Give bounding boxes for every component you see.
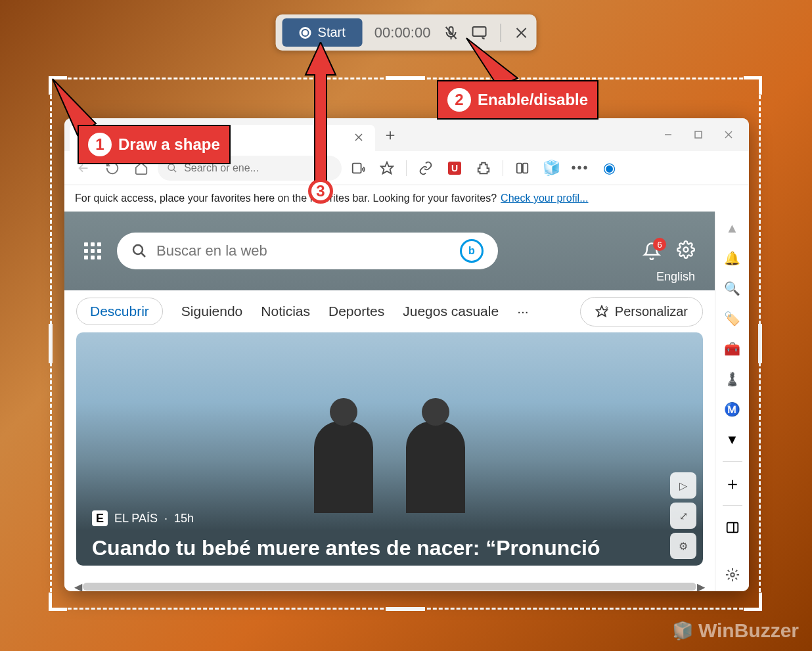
tab-descubrir[interactable]: Descubrir [76, 298, 163, 325]
favorites-bar-text: For quick access, place your favorites h… [75, 192, 497, 204]
split-screen-icon[interactable] [510, 156, 535, 181]
divider [406, 160, 407, 176]
microphone-muted-icon[interactable] [442, 24, 459, 41]
news-card[interactable]: E EL PAÍS · 15h Cuando tu bebé muere ant… [76, 332, 703, 566]
notifications-button[interactable]: 6 [643, 242, 661, 260]
maximize-button[interactable] [683, 122, 713, 148]
divider [723, 461, 742, 462]
more-tabs-icon[interactable]: ··· [517, 303, 529, 319]
card-actions: ▷ ⤢ ⚙ [670, 472, 696, 559]
games-icon[interactable]: ♟️ [724, 370, 741, 388]
divider [503, 160, 503, 176]
annotation-text: Enable/disable [478, 91, 588, 109]
link-icon[interactable] [413, 156, 438, 181]
svg-point-18 [133, 245, 143, 254]
search-icon[interactable]: 🔍 [724, 280, 741, 297]
favorites-bar-link[interactable]: Check your profil... [501, 192, 588, 204]
annotation-number: 1 [88, 133, 112, 156]
svg-marker-27 [305, 42, 336, 187]
language-label[interactable]: English [656, 270, 695, 284]
watermark: 🧊 WinBuzzer [672, 619, 799, 642]
tab-close-icon[interactable] [354, 133, 365, 143]
card-source: E EL PAÍS · 15h [92, 510, 194, 526]
hero-actions: 6 [643, 240, 695, 261]
svg-line-13 [173, 169, 176, 172]
svg-marker-26 [466, 38, 518, 87]
annotation-step-2: 2 Enable/disable [437, 80, 598, 120]
svg-point-24 [731, 573, 734, 577]
toolbox-icon[interactable]: 🧰 [724, 340, 741, 357]
chevron-down-icon[interactable]: ▼ [724, 431, 741, 448]
svg-point-12 [168, 164, 174, 169]
svg-rect-17 [523, 163, 528, 173]
card-time: 15h [174, 512, 194, 526]
apps-grid-icon[interactable] [84, 242, 101, 259]
svg-rect-16 [517, 163, 522, 173]
annotation-step-1: 1 Draw a shape [78, 125, 231, 164]
main-content: b 6 English Descubrir Siguiendo Noticias [64, 212, 715, 591]
settings-gear-icon[interactable] [677, 240, 695, 261]
share-icon[interactable]: ⚙ [670, 533, 696, 559]
resize-handle-left[interactable] [49, 324, 53, 363]
source-badge: E [92, 510, 108, 526]
play-icon[interactable]: ▷ [670, 472, 696, 499]
search-box[interactable]: b [117, 233, 498, 269]
favorites-star-icon[interactable] [374, 156, 399, 181]
resize-handle-bottom[interactable] [386, 607, 425, 611]
annotation-number-3: 3 [308, 179, 333, 204]
shopping-tag-icon[interactable]: 🏷️ [724, 310, 741, 327]
tab-juegos[interactable]: Juegos casuale [403, 303, 499, 319]
personalize-label: Personalizar [615, 304, 688, 319]
card-headline: Cuando tu bebé muere antes de nacer: “Pr… [92, 535, 687, 560]
svg-line-19 [141, 253, 145, 257]
resize-handle-top[interactable] [386, 76, 425, 80]
window-controls [653, 122, 744, 148]
svg-point-20 [684, 248, 688, 252]
annotation-arrow-3 [304, 42, 337, 187]
resize-handle-right[interactable] [758, 324, 762, 363]
resize-handle-br[interactable] [744, 593, 762, 611]
browser-window: ＋ U [64, 118, 749, 591]
settings-icon[interactable] [724, 566, 741, 583]
svg-marker-15 [381, 162, 393, 173]
divider [723, 505, 742, 506]
svg-rect-14 [353, 163, 361, 173]
scroll-up-icon[interactable]: ▲ [724, 219, 741, 236]
expand-icon[interactable]: ⤢ [670, 503, 696, 529]
read-aloud-icon[interactable] [346, 156, 371, 181]
annotation-text: Draw a shape [118, 135, 220, 154]
copilot-icon[interactable]: ◉ [597, 156, 621, 181]
new-tab-button[interactable]: ＋ [380, 125, 400, 145]
ublock-icon[interactable]: U [442, 156, 467, 181]
feed-tabs: Descubrir Siguiendo Noticias Deportes Ju… [64, 290, 715, 332]
record-icon [300, 27, 311, 39]
edge-sidebar: ▲ 🔔 🔍 🏷️ 🧰 ♟️ Ⓜ️ ▼ ＋ [715, 212, 749, 591]
start-label: Start [318, 25, 346, 40]
resize-handle-tr[interactable] [744, 76, 762, 95]
minimize-button[interactable] [653, 122, 683, 148]
window-close-button[interactable] [713, 122, 744, 148]
annotation-number: 2 [447, 88, 471, 112]
profile-icon[interactable]: 🧊 [539, 156, 564, 181]
tab-noticias[interactable]: Noticias [261, 303, 310, 319]
notifications-icon[interactable]: 🔔 [724, 250, 741, 267]
newtab-hero: b 6 English [64, 212, 715, 290]
svg-rect-3 [472, 27, 485, 36]
web-search-input[interactable] [156, 242, 451, 259]
extensions-icon[interactable] [471, 156, 496, 181]
horizontal-scrollbar[interactable]: ◀▶ [74, 582, 706, 591]
add-icon[interactable]: ＋ [724, 475, 741, 492]
content-area: b 6 English Descubrir Siguiendo Noticias [64, 212, 749, 591]
notification-badge: 6 [653, 238, 666, 251]
tab-deportes[interactable]: Deportes [328, 303, 384, 319]
svg-rect-22 [727, 523, 738, 533]
sidebar-toggle-icon[interactable] [724, 519, 741, 536]
menu-button[interactable]: ••• [568, 156, 593, 181]
card-image-placeholder [314, 421, 465, 513]
resize-handle-bl[interactable] [49, 593, 67, 611]
favorites-bar: For quick access, place your favorites h… [64, 185, 749, 212]
tab-siguiendo[interactable]: Siguiendo [181, 303, 242, 319]
microsoft365-icon[interactable]: Ⓜ️ [724, 401, 741, 418]
personalize-button[interactable]: Personalizar [580, 297, 703, 326]
bing-icon[interactable]: b [460, 239, 484, 263]
